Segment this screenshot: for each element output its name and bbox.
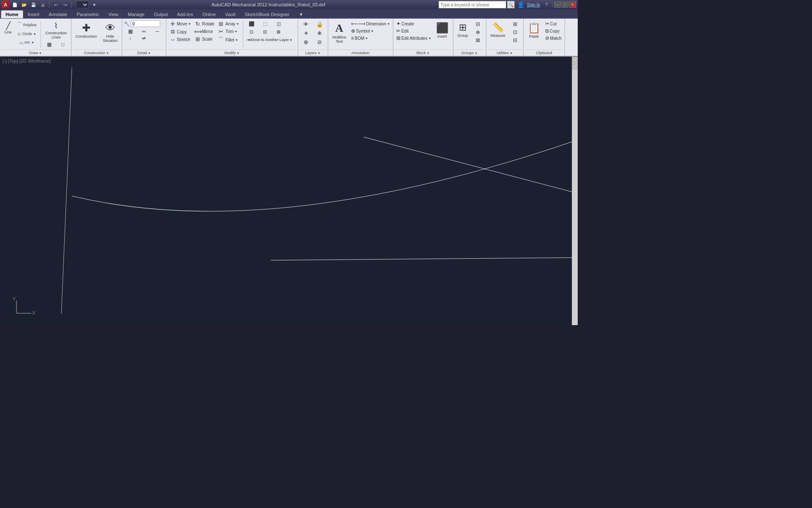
array-button[interactable]: ⊞ Array ▼ [217,20,241,28]
layers-group-label[interactable]: Layers▼ [300,50,326,56]
tab-insert[interactable]: Insert [23,10,44,18]
dimension-button[interactable]: ⟵⟶ Dimension ▼ [350,20,391,27]
bom-button[interactable]: ≡ BOM ▼ [350,35,391,41]
construction-group-label[interactable]: Construction▼ [73,50,121,56]
matchprop-button[interactable]: ⊘ Match [544,35,563,41]
mirror-button[interactable]: ⟺ Mirror [193,28,215,35]
qa-print[interactable]: 🖨 [39,1,47,8]
layer-btn-5[interactable]: ⇄ [137,36,150,41]
edit-btn-1[interactable]: ⬛ [245,20,258,28]
fillet-button[interactable]: ⌒ Fillet ▼ [217,36,241,44]
annotation-group-label[interactable]: Annotation [330,50,391,56]
sign-in-link[interactable]: Sign In [527,3,540,7]
copy-button[interactable]: ⧉ Copy [168,28,192,36]
rotate-button[interactable]: ↻ Rotate [193,20,215,28]
viewport[interactable]: [-] [Top] [2D Wireframe] X Y [0,57,578,325]
layer-vis-6[interactable]: ⊘ [313,38,326,46]
util-btn-3[interactable]: ⊟ [509,36,521,44]
group-btn-2[interactable]: ⊕ [472,28,484,36]
edit-btn-2[interactable]: ⬚ [259,20,272,28]
qa-new[interactable]: 📄 [11,1,19,8]
edit-btn-4[interactable]: ⊡ [245,28,258,36]
create-button[interactable]: ✦ Create [395,20,433,27]
close-button[interactable]: ✕ [569,2,576,8]
cut-button[interactable]: ✂ Cut [544,20,563,27]
tab-online[interactable]: Online [198,10,221,18]
symbol-button[interactable]: ⊕ Symbol ▼ [350,28,391,34]
edit-btn-5[interactable]: ⊟ [259,28,272,36]
region-icon-btn[interactable]: □ [57,41,69,48]
group-btn-3[interactable]: ⊠ [472,36,484,44]
help-icon[interactable]: ? [543,1,550,8]
construction-big-button[interactable]: ✚ Construction [73,20,100,40]
tab-annotate[interactable]: Annotate [44,10,72,18]
clipboard-group-label[interactable]: Clipboard [525,50,563,56]
modify-group-label[interactable]: Modify▼ [168,50,296,56]
block-group-label[interactable]: Block▼ [395,50,451,56]
edit-btn-3[interactable]: ◫ [272,20,285,28]
tab-parametric[interactable]: Parametric [72,10,104,18]
detail-group-label[interactable]: Detail▼ [124,50,164,56]
workspace-selector[interactable]: Mechanical [76,1,89,8]
scroll-up-button[interactable]: ▲ [572,57,578,63]
layer-vis-2[interactable]: 🔒 [313,20,326,28]
paste-button[interactable]: 📋 Paste [525,20,543,40]
tab-addins[interactable]: Add-Ins [173,10,198,18]
line-button[interactable]: ╱ Line [2,20,14,36]
draw-group-label[interactable]: Draw▼ [2,50,69,56]
move-button[interactable]: ✛ Move ▼ [168,20,192,28]
edit-attributes-button[interactable]: ⊞ Edit Attributes ▼ [395,35,433,41]
util-btn-1[interactable]: ⊞ [509,20,521,28]
layer-btn-2[interactable]: ═ [137,28,150,35]
layer-vis-5[interactable]: ⊕ [300,38,313,46]
qa-undo[interactable]: ↩ [52,1,60,8]
qa-save[interactable]: 💾 [30,1,37,8]
construction-lines-button[interactable]: ⌇ ConstructionLines [44,20,69,40]
layer-btn-3[interactable]: ─ [151,28,164,35]
workspace-dropdown[interactable]: ▼ [91,1,98,8]
scale-button[interactable]: ⊞ Scale [193,36,215,43]
layer-btn-1[interactable]: ▦ [124,28,137,35]
scroll-down-button[interactable]: ▼ [572,64,578,69]
maximize-button[interactable]: □ [562,2,568,8]
tab-sketchbook[interactable]: SketchBook Designer [240,10,294,18]
group-btn-1[interactable]: ⊟ [472,20,484,28]
hide-situation-button[interactable]: 👁 HideSituation [100,20,120,44]
edit-button[interactable]: ✏ Edit [395,28,433,34]
construction-icon: ⌇ [54,21,58,30]
stretch-button[interactable]: ↔ Stretch [168,36,192,43]
util-btn-2[interactable]: ⊡ [509,28,521,36]
measure-button[interactable]: 📏 Measure [488,20,508,39]
hatch-icon-btn[interactable]: ▦ [43,41,56,48]
layer-dropdown-icon[interactable]: ▼ [161,22,164,25]
vertical-scrollbar[interactable]: ▲ ▼ [572,57,578,325]
tab-output[interactable]: Output [149,10,173,18]
tab-view[interactable]: View [104,10,123,18]
multiline-text-button[interactable]: A MultilineText [330,20,349,45]
tab-home[interactable]: Home [1,10,23,18]
circle-button[interactable]: ○ Circle ▼ [15,30,38,38]
tab-manage[interactable]: Manage [123,10,149,18]
copy-clipboard-button[interactable]: ⧉ Copy [544,28,563,34]
minimize-button[interactable]: ─ [554,2,561,8]
layer-vis-1[interactable]: 👁 [300,20,313,28]
groups-group-label[interactable]: Groups▼ [455,50,484,56]
layer-btn-4[interactable]: ↕ [124,36,137,41]
search-input[interactable] [439,1,506,8]
tab-vault[interactable]: Vault [220,10,240,18]
move-to-layer-button[interactable]: ⇥ Move to Another Layer ▼ [245,36,296,43]
group-button[interactable]: ⊞ Group [455,20,471,39]
layer-vis-3[interactable]: ☀ [300,29,313,37]
trim-button[interactable]: ✂ Trim ▼ [217,28,241,35]
insert-button[interactable]: ⬛ Insert [433,20,451,40]
qa-open[interactable]: 📂 [20,1,28,8]
layer-input[interactable] [131,20,160,27]
qa-redo[interactable]: ↪ [61,1,69,8]
arc-button[interactable]: ⌓ Arc ▼ [15,39,38,46]
tab-more[interactable]: ▼ [294,10,308,18]
utilities-group-label[interactable]: Utilities▼ [488,50,521,56]
edit-btn-6[interactable]: ⊠ [272,28,285,36]
layer-vis-4[interactable]: ❄ [313,29,326,37]
polyline-button[interactable]: ⌒ Polyline [15,20,38,29]
search-button[interactable]: 🔍 [507,1,515,8]
